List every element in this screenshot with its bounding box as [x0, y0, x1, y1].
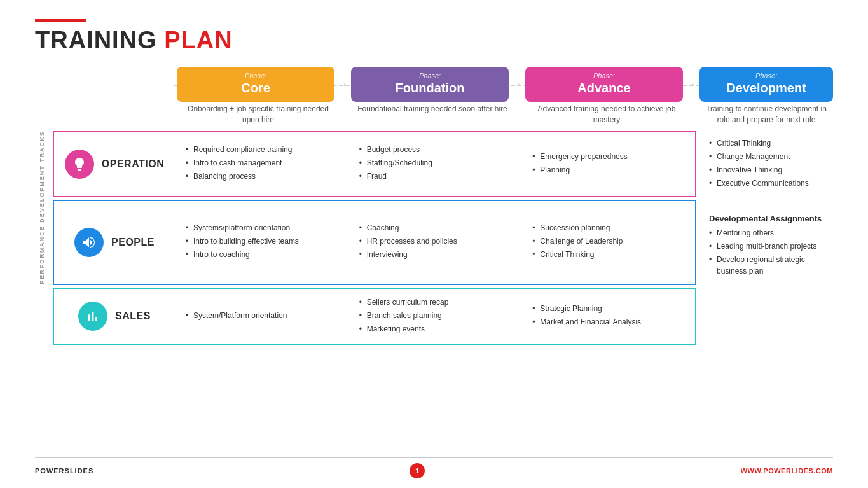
track-icon-people: PEOPLE [54, 201, 175, 284]
phase-dev-label-small: Phase: [755, 72, 777, 80]
list-item: Intro to building effective teams [186, 235, 340, 247]
phase-foundation-title: Foundation [357, 81, 502, 95]
list-item: Budget process [359, 144, 514, 155]
list-item: Executive Communications [709, 178, 827, 189]
phase-headers-main: Phase: Core → Phase: Foundation → Phase:… [174, 67, 696, 102]
desc-advance-text: Advanced training needed to achieve job … [538, 104, 676, 124]
list-item: Fraud [359, 171, 514, 182]
header-accent-line [35, 19, 86, 22]
vertical-label-container: PERFORMANCE DEVELOPMENT TRACKS [35, 67, 49, 347]
list-item: HR processes and policies [359, 235, 514, 247]
desc-advance: Advanced training needed to achieve job … [525, 104, 688, 128]
desc-spacer-left [53, 104, 174, 128]
phase-advance-header: Phase: Advance [525, 67, 683, 102]
track-rows: OPERATION Required compliance training I… [53, 131, 833, 348]
people-advance-list: Succession planning Challenge of Leaders… [532, 222, 687, 262]
track-cell-sales-foundation: Sellers curriculum recap Branch sales pl… [352, 289, 519, 344]
phase-development-header: Phase: Development [699, 67, 833, 102]
page-title: TRAINING PLAN [35, 27, 833, 54]
list-item: Mentoring others [709, 227, 827, 239]
list-item: Staffing/Scheduling [359, 157, 514, 169]
desc-foundation: Foundational training needed soon after … [351, 104, 514, 128]
track-cell-operation-core: Required compliance training Intro to ca… [178, 132, 345, 196]
track-title-operation: OPERATION [102, 158, 164, 170]
list-item: Required compliance training [186, 144, 340, 155]
phase-header-row: Phase: Core → Phase: Foundation → Phase:… [53, 67, 833, 102]
footer-right: WWW.POWERLIDES.COM [741, 467, 833, 475]
list-item: Critical Thinking [532, 249, 687, 260]
people-core-list: Systems/platform orientation Intro to bu… [186, 222, 340, 262]
chart-icon [85, 309, 100, 324]
phase-core-header: Phase: Core [177, 67, 334, 102]
track-cell-operation-advance: Emergency preparedness Planning [525, 132, 692, 196]
dev-section-people: Developmental Assignments Mentoring othe… [699, 200, 833, 286]
list-item: Intro to cash management [186, 157, 340, 169]
phase-advance-label-small: Phase: [532, 72, 677, 80]
desc-dev-text: Training to continue development in role… [699, 104, 833, 125]
title-black: TRAINING [35, 27, 164, 53]
desc-dev-cell: Training to continue development in role… [699, 104, 833, 128]
track-main-operation: OPERATION Required compliance training I… [53, 131, 696, 197]
desc-core: Onboarding + job specific training neede… [177, 104, 340, 128]
list-item: Intro to coaching [186, 249, 340, 260]
list-item: Challenge of Leadership [532, 235, 687, 247]
page: TRAINING PLAN PERFORMANCE DEVELOPMENT TR… [0, 0, 868, 488]
list-item: Sellers curriculum recap [359, 296, 514, 308]
sales-core-list: System/Platform orientation [186, 310, 340, 323]
vertical-label: PERFORMANCE DEVELOPMENT TRACKS [39, 130, 45, 284]
dev-section-sales [699, 288, 833, 345]
desc-foundation-text: Foundational training needed soon after … [357, 104, 507, 113]
list-item: Interviewing [359, 249, 514, 260]
footer-center: 1 [410, 463, 425, 478]
operation-dev-list: Critical Thinking Change Management Inno… [709, 137, 827, 189]
desc-core-text: Onboarding + job specific training neede… [188, 104, 329, 124]
operation-icon-circle [65, 150, 94, 179]
megaphone-icon [81, 235, 97, 250]
title-red: PLAN [164, 27, 232, 53]
track-cell-sales-advance: Strategic Planning Market and Financial … [525, 289, 692, 344]
phase-descs-main: Onboarding + job specific training neede… [174, 104, 696, 128]
phase-dev-header-cell: Phase: Development [699, 67, 833, 102]
track-main-people: PEOPLE Systems/platform orientation Intr… [53, 200, 696, 286]
list-item: Leading multi-branch projects [709, 241, 827, 252]
phase-foundation-header: Phase: Foundation [351, 67, 509, 102]
track-row-sales-wrapper: SALES System/Platform orientation Seller… [53, 288, 833, 345]
people-foundation-list: Coaching HR processes and policies Inter… [359, 222, 514, 262]
dev-assignments-title-people: Developmental Assignments [709, 213, 827, 225]
list-item: Marketing events [359, 323, 514, 335]
list-item: Develop regional strategic business plan [709, 254, 827, 277]
footer-left: POWERSLIDES [35, 467, 93, 475]
track-icon-operation: OPERATION [54, 132, 175, 196]
track-row-people-wrapper: PEOPLE Systems/platform orientation Intr… [53, 200, 833, 286]
track-cell-sales-core: System/Platform orientation [178, 289, 345, 344]
list-item: Change Management [709, 151, 827, 162]
track-row-operation-wrapper: OPERATION Required compliance training I… [53, 131, 833, 197]
track-icon-sales: SALES [54, 289, 175, 344]
list-item: Innovative Thinking [709, 164, 827, 176]
people-icon-circle [74, 228, 104, 257]
list-item: Strategic Planning [532, 303, 687, 314]
dev-col-sales [699, 288, 833, 300]
track-cell-people-foundation: Coaching HR processes and policies Inter… [352, 201, 519, 284]
list-item: Market and Financial Analysis [532, 316, 687, 328]
main-content: PERFORMANCE DEVELOPMENT TRACKS Phase: Co… [35, 67, 833, 347]
track-title-sales: SALES [115, 310, 151, 322]
footer: POWERSLIDES 1 WWW.POWERLIDES.COM [35, 457, 833, 478]
phase-foundation-label-small: Phase: [357, 72, 502, 80]
list-item: Emergency preparedness [532, 151, 687, 162]
operation-advance-list: Emergency preparedness Planning [532, 151, 687, 178]
phase-desc-row: Onboarding + job specific training neede… [53, 104, 833, 128]
list-item: Planning [532, 164, 687, 176]
people-dev-assignments-list: Mentoring others Leading multi-branch pr… [709, 227, 827, 277]
track-cell-operation-foundation: Budget process Staffing/Scheduling Fraud [352, 132, 519, 196]
track-cell-people-advance: Succession planning Challenge of Leaders… [525, 201, 692, 284]
phase-core-label-small: Phase: [183, 72, 328, 80]
sales-icon-circle [78, 302, 107, 331]
dev-col-people: Developmental Assignments Mentoring othe… [699, 200, 833, 286]
track-cell-people-core: Systems/platform orientation Intro to bu… [178, 201, 345, 284]
track-title-people: PEOPLE [111, 237, 155, 248]
track-main-sales: SALES System/Platform orientation Seller… [53, 288, 696, 345]
list-item: System/Platform orientation [186, 310, 340, 321]
list-item: Critical Thinking [709, 137, 827, 149]
list-item: Balancing process [186, 171, 340, 182]
